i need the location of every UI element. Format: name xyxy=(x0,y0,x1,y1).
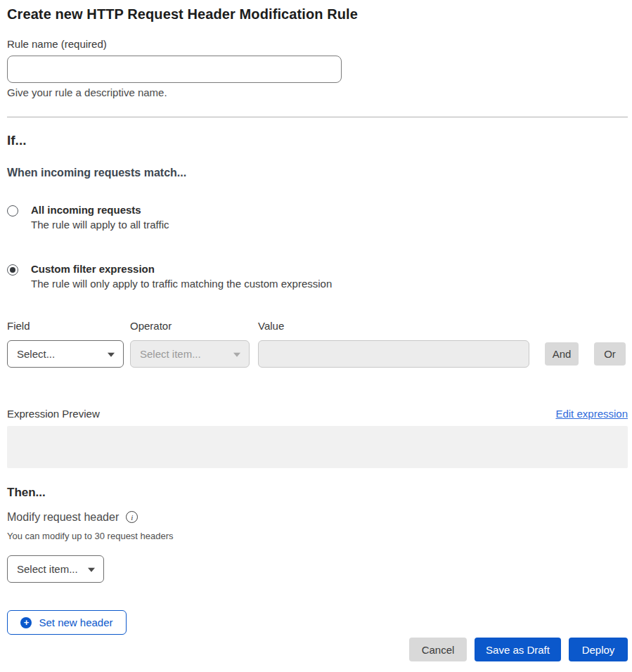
expression-builder-row: Field Select... Operator Select item... … xyxy=(7,321,628,368)
deploy-button[interactable]: Deploy xyxy=(569,638,628,661)
header-item-select-value: Select item... xyxy=(17,563,78,575)
edit-expression-link[interactable]: Edit expression xyxy=(555,408,628,420)
chevron-down-icon xyxy=(108,352,115,356)
if-heading: If... xyxy=(7,133,628,148)
expression-preview-label: Expression Preview xyxy=(7,408,100,420)
field-label: Field xyxy=(7,321,124,332)
field-select-value: Select... xyxy=(17,348,55,360)
info-icon[interactable]: i xyxy=(126,511,138,523)
create-rule-form: Create new HTTP Request Header Modificat… xyxy=(0,0,632,672)
then-heading: Then... xyxy=(7,486,628,500)
footer-actions: Cancel Save as Draft Deploy xyxy=(7,638,628,661)
radio-label-custom-filter[interactable]: Custom filter expression xyxy=(31,264,332,274)
operator-select: Select item... xyxy=(130,340,250,368)
or-button[interactable]: Or xyxy=(594,342,626,366)
radio-selected-icon[interactable] xyxy=(7,264,18,276)
set-new-header-label: Set new header xyxy=(39,616,112,628)
radio-option-custom-filter[interactable]: Custom filter expression The rule will o… xyxy=(7,264,628,290)
save-as-draft-button[interactable]: Save as Draft xyxy=(475,638,561,661)
radio-label-all-incoming[interactable]: All incoming requests xyxy=(31,205,169,215)
header-item-select[interactable]: Select item... xyxy=(7,555,104,583)
chevron-down-icon xyxy=(88,567,95,571)
set-new-header-button[interactable]: + Set new header xyxy=(7,610,127,635)
section-divider xyxy=(7,117,628,117)
rule-name-helper: Give your rule a descriptive name. xyxy=(7,87,628,98)
field-select[interactable]: Select... xyxy=(7,340,124,368)
operator-select-value: Select item... xyxy=(140,348,201,360)
match-subheading: When incoming requests match... xyxy=(7,167,628,179)
radio-option-all-incoming[interactable]: All incoming requests The rule will appl… xyxy=(7,205,628,231)
expression-preview-header: Expression Preview Edit expression xyxy=(7,408,628,420)
rule-name-input[interactable] xyxy=(7,56,342,83)
modify-request-header-label: Modify request header xyxy=(7,511,119,523)
radio-desc-custom-filter: The rule will only apply to traffic matc… xyxy=(31,278,332,290)
value-label: Value xyxy=(258,321,529,332)
rule-name-label: Rule name (required) xyxy=(7,39,628,50)
chevron-down-icon xyxy=(233,352,240,356)
and-button[interactable]: And xyxy=(545,342,579,366)
operator-label: Operator xyxy=(130,321,250,332)
value-input xyxy=(258,340,529,368)
modify-header-row: Modify request header i xyxy=(7,511,628,523)
cancel-button[interactable]: Cancel xyxy=(409,638,467,661)
modify-header-helper: You can modify up to 30 request headers xyxy=(7,531,628,541)
radio-desc-all-incoming: The rule will apply to all traffic xyxy=(31,219,169,231)
page-title: Create new HTTP Request Header Modificat… xyxy=(7,6,628,22)
radio-unselected-icon[interactable] xyxy=(7,205,18,217)
expression-preview-box xyxy=(7,426,628,468)
plus-icon: + xyxy=(20,617,32,628)
